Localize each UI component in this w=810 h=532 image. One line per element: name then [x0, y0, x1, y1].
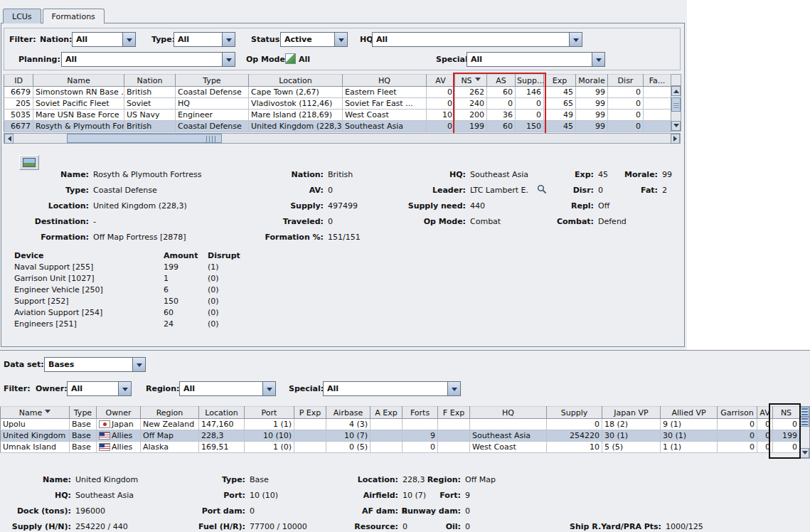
table-cell[interactable]: 0 [608, 110, 644, 121]
chevron-down-icon[interactable] [447, 382, 460, 395]
column-header[interactable]: ID [4, 75, 33, 87]
table-cell[interactable] [371, 442, 403, 453]
table-cell[interactable] [371, 430, 403, 442]
table-cell[interactable]: New Zealand [141, 419, 199, 430]
table-cell[interactable]: 30 (1) [602, 430, 661, 442]
table-cell[interactable] [403, 419, 438, 430]
table-cell[interactable]: Simonstown RN Base ... [33, 87, 124, 98]
column-header[interactable]: Supp... [516, 75, 544, 87]
table-cell[interactable]: Off Map [141, 430, 199, 442]
table-cell[interactable] [644, 87, 671, 98]
table-cell[interactable]: Southeast Asia [470, 430, 547, 442]
table-cell[interactable]: 1 (0) [245, 442, 294, 453]
scrollbar-thumb[interactable] [671, 97, 681, 112]
column-header[interactable]: Type [70, 407, 97, 419]
table-cell[interactable]: 9 [403, 430, 438, 442]
table-cell[interactable]: 0 [487, 98, 516, 110]
column-header[interactable]: Forts [403, 407, 438, 419]
scroll-down-button[interactable] [671, 121, 681, 131]
table-cell[interactable]: Japan [97, 419, 141, 430]
table-cell[interactable]: 18 (2) [602, 419, 661, 430]
column-header[interactable]: HQ [470, 407, 547, 419]
column-header[interactable]: Garrison [718, 407, 757, 419]
table-cell[interactable] [294, 419, 326, 430]
nation-filter-select[interactable]: All [72, 32, 136, 47]
table-cell[interactable]: 10 [547, 442, 602, 453]
table-cell[interactable]: Rosyth & Plymouth Fort... [33, 121, 124, 132]
table-cell[interactable]: 200 [455, 110, 487, 121]
column-header[interactable]: Morale [576, 75, 608, 87]
horizontal-scrollbar[interactable] [4, 133, 681, 144]
table-cell[interactable]: 0 [427, 98, 455, 110]
table-cell[interactable]: Eastern Fleet [343, 87, 427, 98]
table-cell[interactable]: 254220 [547, 430, 602, 442]
table-cell[interactable]: British [124, 87, 176, 98]
table-cell[interactable]: Coastal Defense [176, 87, 249, 98]
column-header[interactable]: AV [757, 407, 773, 419]
table-cell[interactable]: Vladivostok (112,46) [249, 98, 343, 110]
table-cell[interactable]: 0 [547, 419, 602, 430]
table-cell[interactable]: 4 (3) [326, 419, 371, 430]
table-cell[interactable]: Base [70, 442, 97, 453]
unit-image-button[interactable] [19, 155, 39, 170]
column-header[interactable]: Owner [97, 407, 141, 419]
column-header[interactable]: HQ [343, 75, 427, 87]
column-header[interactable]: Airbase [326, 407, 371, 419]
table-row[interactable]: 205Soviet Pacific FleetSovietHQVladivost… [4, 98, 671, 110]
table-cell[interactable]: Upolu [1, 419, 70, 430]
table-cell[interactable]: 0 [403, 442, 438, 453]
column-header[interactable]: NS [773, 407, 800, 419]
table-row[interactable]: UpoluBaseJapanNew Zealand147,1601 (1)4 (… [1, 419, 800, 430]
scroll-left-button[interactable] [4, 134, 14, 144]
table-cell[interactable]: 1 (1) [245, 419, 294, 430]
table-cell[interactable]: Engineer [176, 110, 249, 121]
table-cell[interactable]: HQ [176, 98, 249, 110]
planning-filter-select[interactable]: All [61, 52, 235, 67]
table-cell[interactable]: Allies [97, 442, 141, 453]
table-cell[interactable]: 0 [757, 419, 773, 430]
table-cell[interactable]: 0 [718, 442, 757, 453]
table-cell[interactable]: 199 [455, 121, 487, 132]
table-cell[interactable]: 1 (1) [661, 442, 718, 453]
table-cell[interactable]: 0 [608, 121, 644, 132]
scroll-right-button[interactable] [671, 134, 680, 144]
table-cell[interactable]: US Navy [124, 110, 176, 121]
table-cell[interactable]: 36 [487, 110, 516, 121]
table-cell[interactable]: Umnak Island [1, 442, 70, 453]
tab-formations[interactable]: Formations [43, 9, 105, 23]
tab-lcus[interactable]: LCUs [3, 9, 41, 23]
table-cell[interactable]: 60 [487, 121, 516, 132]
table-cell[interactable]: 99 [576, 87, 608, 98]
table-cell[interactable]: 0 [427, 121, 455, 132]
chevron-down-icon[interactable] [122, 33, 135, 46]
bases-scrollbar[interactable] [799, 406, 810, 459]
table-cell[interactable]: 0 [516, 110, 544, 121]
table-cell[interactable]: United Kingdom [1, 430, 70, 442]
table-cell[interactable]: Mare Island (218,69) [249, 110, 343, 121]
table-row[interactable]: 5035Mare USN Base ForceUS NavyEngineerMa… [4, 110, 671, 121]
table-cell[interactable]: 0 [516, 98, 544, 110]
op-mode-icon[interactable] [285, 53, 296, 64]
table-cell[interactable]: 6677 [4, 121, 33, 132]
column-header[interactable]: P Exp [294, 407, 326, 419]
table-cell[interactable]: Soviet [124, 98, 176, 110]
scroll-down-button[interactable] [800, 448, 809, 458]
table-cell[interactable]: Cape Town (2,67) [249, 87, 343, 98]
table-cell[interactable]: 99 [576, 121, 608, 132]
table-cell[interactable]: 10 (10) [245, 430, 294, 442]
table-cell[interactable]: 6679 [4, 87, 33, 98]
column-header[interactable]: AV [427, 75, 455, 87]
chevron-down-icon[interactable] [569, 33, 582, 46]
table-cell[interactable]: 150 [516, 121, 544, 132]
chevron-down-icon[interactable] [118, 382, 131, 395]
column-header[interactable]: Exp [544, 75, 576, 87]
table-cell[interactable]: West Coast [343, 110, 427, 121]
column-header[interactable]: Location [249, 75, 343, 87]
table-cell[interactable]: 10 [427, 110, 455, 121]
table-cell[interactable]: Base [70, 430, 97, 442]
column-header[interactable]: Name [1, 407, 70, 419]
column-header[interactable]: Fa... [644, 75, 671, 87]
column-header[interactable]: A Exp [371, 407, 403, 419]
table-cell[interactable]: Allies [97, 430, 141, 442]
table-cell[interactable]: 5035 [4, 110, 33, 121]
